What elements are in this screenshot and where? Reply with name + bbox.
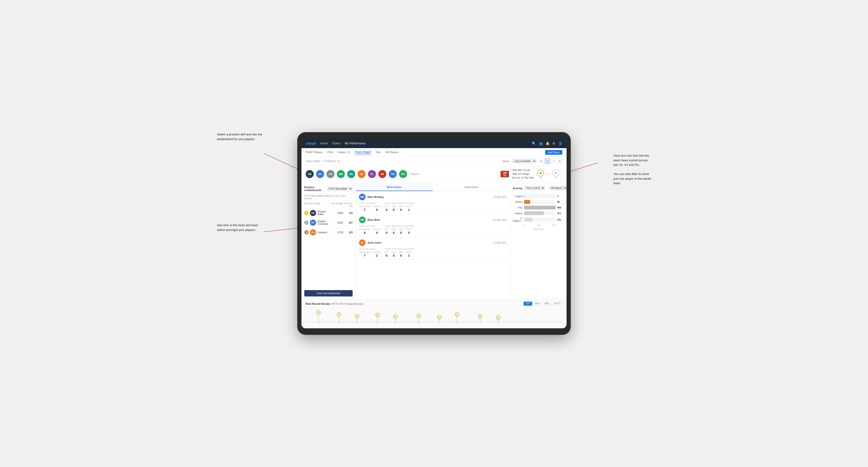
- shot-card: 198 SQ Shot Dist: 16 yds Start Lie: Roug…: [497, 167, 562, 181]
- streak-circle: 4x: [437, 315, 441, 319]
- subnav-team-clippd[interactable]: Team Clippd: [355, 151, 371, 154]
- activity-panel: Most Active Least Active BM Blair McHarg…: [356, 184, 510, 299]
- player-avatar-10[interactable]: MJ: [399, 170, 407, 178]
- nav-icons: 🔍 👥 🔔 ⚙ 👤: [532, 142, 562, 145]
- player-avatar-1[interactable]: RB: [306, 170, 314, 178]
- ac-rounds-row: Tournament 7 Practice 6: [359, 205, 381, 212]
- player-avatar-9[interactable]: TW: [389, 170, 397, 178]
- lb-avg-3: 103: [343, 231, 352, 234]
- scoring-par-filter[interactable]: Par 3, 4 & 5s: [524, 186, 545, 190]
- lb-subtitle-text: PUTT Must Make Putting (3-6 ft),: [304, 195, 339, 197]
- streak-dot: 5x: [375, 313, 380, 323]
- ac-tpa-row-2: OTT 0 APP 0 ARG: [384, 228, 414, 235]
- player-avatar-7[interactable]: PL: [368, 170, 376, 178]
- nav-my-performance[interactable]: My Performance: [345, 142, 366, 145]
- view-full-leaderboard-button[interactable]: View Full Leaderboard: [304, 290, 352, 297]
- shot-connector: [546, 174, 550, 174]
- tab-least-active[interactable]: Least Active: [433, 184, 510, 191]
- players-label: Players: [411, 173, 420, 176]
- player-avatar-3[interactable]: CM: [327, 170, 335, 178]
- lb-name-3: Cameron...: [317, 231, 331, 234]
- filter-icon[interactable]: ⇅: [557, 158, 562, 164]
- ac-arg-stat: ARG 0: [399, 205, 403, 212]
- ac-avatar-2: RB: [359, 217, 366, 223]
- shot-circle-2-unit: yds: [552, 177, 559, 179]
- ac-date-3: 26 Aug 2023: [493, 242, 506, 244]
- bottom-subtitle-text: Off The Tee, Fairway Accuracy: [331, 303, 364, 305]
- player-avatar-2[interactable]: EC: [316, 170, 324, 178]
- grid-view-icon[interactable]: ☰: [545, 158, 550, 164]
- streak-baseline: [306, 322, 562, 322]
- annotation-bottom-left: See who is the most and least active amo…: [217, 223, 264, 232]
- streak-dot: 5x: [394, 315, 398, 323]
- ac-rounds-group-3: Total Rounds Tournament 7 Practice: [359, 248, 381, 257]
- streak-dot: 7x: [316, 310, 320, 323]
- subnav-all-players[interactable]: All Players: [385, 151, 398, 154]
- ac-putt-stat: PUTT 1: [406, 205, 412, 212]
- tab-putt[interactable]: PUTT: [552, 302, 562, 306]
- leaderboard-title: Practice Leaderboards: [304, 186, 327, 191]
- lb-name-2: Edward Crossman: [317, 220, 331, 225]
- shot-badge-value: 198: [502, 172, 507, 174]
- edit-icon[interactable]: ✏️: [337, 160, 340, 162]
- activity-card-3: JC Josh Coles 26 Aug 2023 Total Rounds T…: [356, 237, 510, 260]
- search-icon[interactable]: 🔍: [532, 142, 536, 145]
- lb-rank-3: 3: [304, 230, 309, 235]
- chart-bar-pars: [524, 206, 556, 210]
- streak-stem: [498, 320, 498, 323]
- logo: clippd: [306, 142, 316, 145]
- ac-tournament-stat-2: Tournament 8: [359, 228, 370, 235]
- player-avatar-8[interactable]: SK: [378, 170, 386, 178]
- shot-dist: Shot Dist: 16 yds: [512, 168, 534, 172]
- nav-teams[interactable]: Teams: [332, 142, 340, 145]
- nav-home[interactable]: Home: [320, 142, 328, 145]
- streak-dot: 3x: [478, 314, 483, 323]
- ac-header-3: JC Josh Coles 26 Aug 2023: [359, 239, 506, 246]
- lb-player-row[interactable]: 3 CM Cameron... 17/20 103: [302, 228, 355, 237]
- ac-rounds-group: Total Rounds Tournament 7 Practice: [359, 202, 381, 212]
- settings-icon[interactable]: ⚙: [552, 142, 555, 145]
- team-name-label: Team Clippd: [306, 160, 320, 162]
- player-avatar-4[interactable]: BM: [337, 170, 345, 178]
- tablet-screen: clippd Home Teams My Performance 🔍 👥 🔔 ⚙…: [302, 139, 566, 328]
- streak-dot: 4x: [416, 314, 421, 323]
- chart-val-pars: 499: [557, 206, 564, 209]
- chart-row-birdies: Birdies 96: [513, 200, 564, 204]
- annotation-top-right: Here you can see how the team have score…: [614, 153, 651, 186]
- subnav-tour[interactable]: Tour: [376, 151, 381, 154]
- ac-stats-1: Total Rounds Tournament 7 Practice: [359, 202, 506, 212]
- ac-stats-3: Total Rounds Tournament 7 Practice: [359, 248, 506, 257]
- subnav-pga[interactable]: PGA: [328, 151, 333, 154]
- list-view-icon[interactable]: ≡: [551, 158, 556, 164]
- lb-col-avg: PB AVG SQ: [343, 203, 352, 207]
- ac-rounds-label: Total Rounds: [359, 202, 381, 205]
- tab-most-active[interactable]: Most Active: [356, 184, 433, 191]
- add-team-button[interactable]: Add Team: [545, 150, 562, 155]
- show-select[interactable]: Last 3 months: [512, 159, 536, 163]
- ac-practice-stat: Practice 6: [373, 205, 381, 212]
- user-avatar-icon[interactable]: 👤: [558, 142, 562, 145]
- ac-app-stat: APP 0: [392, 205, 396, 212]
- drill-select[interactable]: PUTT Must Make Putting...: [327, 187, 352, 191]
- main-content: Practice Leaderboards PUTT Must Make Put…: [302, 184, 566, 299]
- tab-arg[interactable]: ARG: [542, 302, 552, 306]
- lb-player-row[interactable]: 1 RB Richard Butler 19/20 110: [302, 208, 355, 218]
- streak-stem: [318, 315, 319, 323]
- tab-ott[interactable]: OTT: [524, 302, 532, 306]
- ac-tpa-label-2: Total Practice Activities: [384, 225, 414, 227]
- player-avatar-5[interactable]: RB: [347, 170, 355, 178]
- bell-icon[interactable]: 🔔: [546, 142, 550, 145]
- chart-axis-400: 400: [552, 224, 556, 226]
- tab-app[interactable]: APP: [533, 302, 541, 306]
- people-icon[interactable]: 👥: [539, 142, 543, 145]
- lb-avatar-1: RB: [310, 210, 316, 216]
- subnav-pgat[interactable]: PGAT Players: [306, 151, 323, 154]
- grid-small-view-icon[interactable]: ⊞: [539, 158, 544, 164]
- lb-player-row[interactable]: 2 EC Edward Crossman 18/20 107: [302, 218, 355, 228]
- scoring-player-filter[interactable]: All Players: [549, 186, 566, 190]
- chart-axis: 0 200 400: [513, 224, 564, 226]
- player-avatar-6[interactable]: JC: [358, 170, 366, 178]
- chart-x-label: Total Shots: [513, 228, 564, 230]
- show-label: Show:: [502, 160, 509, 162]
- subnav-hcaps[interactable]: Hcaps 1-5: [338, 151, 350, 154]
